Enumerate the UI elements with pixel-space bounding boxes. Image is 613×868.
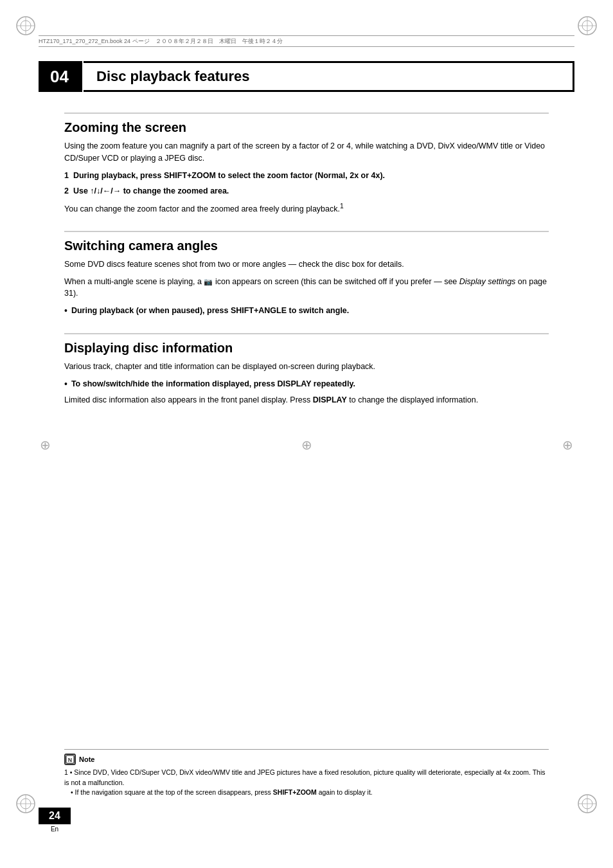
footnote-label: Note [79, 755, 94, 763]
camera-body: When a multi-angle scene is playing, a 📷… [64, 276, 549, 300]
header-bar-text: HTZ170_171_270_272_En.book 24 ページ ２００８年２… [39, 37, 283, 46]
corner-decoration-br [574, 791, 600, 817]
step-2-text: Use ↑/↓/←/→ to change the zoomed area. [73, 186, 229, 195]
note-icon: N [64, 754, 76, 765]
section-intro-disc-info: Various track, chapter and title informa… [64, 361, 549, 373]
page-container: HTZ170_171_270_272_En.book 24 ページ ２００８年２… [0, 0, 613, 868]
corner-decoration-bl [13, 791, 39, 817]
bullet-dot-disc-info: • [64, 378, 67, 391]
header-bar: HTZ170_171_270_272_En.book 24 ページ ２００８年２… [39, 35, 574, 47]
section-title-camera: Switching camera angles [64, 239, 549, 253]
disc-info-bullet1-text: To show/switch/hide the information disp… [71, 378, 355, 390]
page-number: 24 [39, 808, 71, 824]
svg-text:N: N [68, 757, 72, 763]
section-divider-disc-info [64, 333, 549, 334]
section-disc-info: Displaying disc information Various trac… [64, 333, 549, 406]
disc-info-body2: Limited disc information also appears in… [64, 394, 549, 406]
section-zooming: Zooming the screen Using the zoom featur… [64, 113, 549, 215]
step-1-text: During playback, press SHIFT+ZOOM to sel… [73, 171, 385, 180]
section-intro-zooming: Using the zoom feature you can magnify a… [64, 140, 549, 165]
main-content: Zooming the screen Using the zoom featur… [64, 113, 549, 422]
footnote-area: N Note 1 • Since DVD, Video CD/Super VCD… [64, 749, 549, 797]
chapter-number: 04 [39, 61, 84, 92]
page-lang: En [51, 826, 58, 833]
step-1: 1 During playback, press SHIFT+ZOOM to s… [64, 170, 549, 182]
section-divider-camera [64, 231, 549, 232]
camera-bullet: • During playback (or when paused), pres… [64, 305, 549, 318]
section-divider-zooming [64, 113, 549, 114]
corner-decoration-tr [574, 13, 600, 39]
zoom-note: You can change the zoom factor and the z… [64, 201, 549, 215]
step-2: 2 Use ↑/↓/←/→ to change the zoomed area. [64, 185, 549, 197]
page-number-area: 24 En [39, 808, 71, 833]
section-intro-camera: Some DVD discs feature scenes shot from … [64, 258, 549, 271]
section-camera: Switching camera angles Some DVD discs f… [64, 231, 549, 318]
footnote-item-1: 1 • Since DVD, Video CD/Super VCD, DivX … [64, 768, 549, 787]
corner-decoration-tl [13, 13, 39, 39]
mid-cross-left: ⊕ [40, 437, 51, 453]
step-1-number: 1 [64, 171, 69, 180]
footnote-header: N Note [64, 754, 549, 765]
section-title-zooming: Zooming the screen [64, 120, 549, 135]
camera-bullet-text: During playback (or when paused), press … [71, 305, 349, 317]
mid-cross-right: ⊕ [562, 437, 573, 453]
mid-cross-center: ⊕ [301, 437, 312, 453]
step-2-number: 2 [64, 186, 69, 195]
bullet-dot-camera: • [64, 305, 67, 318]
chapter-title: Disc playback features [96, 68, 249, 85]
footnote-item-2: • If the navigation square at the top of… [71, 788, 549, 797]
chapter-header: 04 Disc playback features [39, 61, 574, 92]
chapter-title-area: Disc playback features [84, 61, 574, 92]
disc-info-bullet1: • To show/switch/hide the information di… [64, 378, 549, 391]
section-title-disc-info: Displaying disc information [64, 341, 549, 356]
